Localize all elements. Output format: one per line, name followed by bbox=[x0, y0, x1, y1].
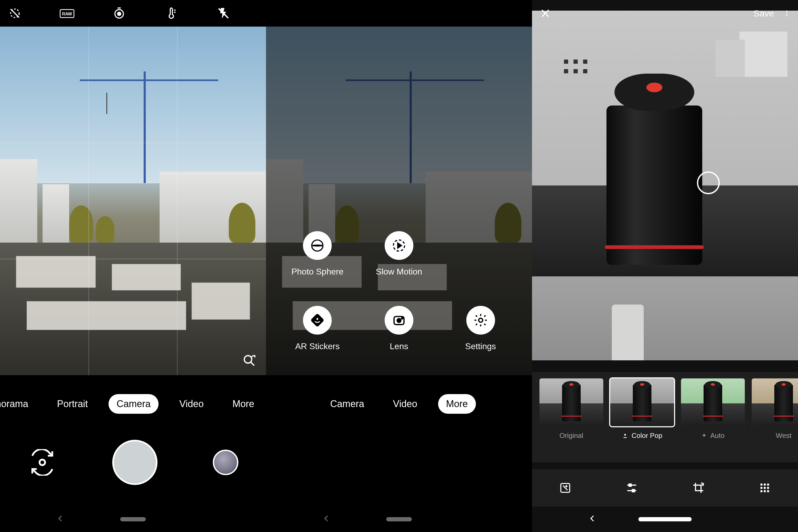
overflow-menu-icon[interactable] bbox=[783, 7, 791, 19]
sparkle-icon bbox=[701, 433, 707, 439]
svg-text:RAW: RAW bbox=[62, 12, 72, 16]
svg-point-27 bbox=[624, 434, 626, 435]
photo-editor-screen: Save Original bbox=[532, 0, 798, 532]
more-label: Photo Sphere bbox=[291, 267, 343, 277]
svg-point-39 bbox=[760, 490, 762, 492]
mode-more[interactable]: More bbox=[438, 394, 476, 414]
svg-point-19 bbox=[397, 319, 401, 322]
switch-camera-button[interactable] bbox=[28, 448, 57, 477]
filter-strip[interactable]: Original Color Pop Auto West bbox=[532, 372, 798, 462]
filter-label: West bbox=[776, 432, 792, 440]
close-icon[interactable] bbox=[540, 7, 551, 19]
gallery-thumbnail[interactable] bbox=[213, 450, 238, 475]
camera-mode-selector: norama Portrait Camera Video More bbox=[0, 388, 266, 420]
svg-point-36 bbox=[760, 487, 762, 489]
raw-icon[interactable]: RAW bbox=[59, 6, 74, 21]
svg-point-20 bbox=[401, 318, 403, 319]
filter-west[interactable]: West bbox=[752, 378, 798, 440]
svg-point-17 bbox=[316, 318, 319, 320]
svg-point-5 bbox=[117, 12, 121, 15]
more-label: Slow Motion bbox=[376, 267, 422, 277]
save-button[interactable]: Save bbox=[754, 8, 774, 19]
filter-original[interactable]: Original bbox=[540, 378, 603, 440]
mode-camera[interactable]: Camera bbox=[109, 394, 159, 414]
filter-label: Original bbox=[559, 432, 583, 440]
nav-back-icon[interactable] bbox=[588, 514, 598, 525]
mode-portrait[interactable]: Portrait bbox=[49, 394, 96, 414]
nav-home-pill[interactable] bbox=[386, 517, 412, 521]
nav-back-icon[interactable] bbox=[322, 514, 332, 525]
mode-panorama[interactable]: norama bbox=[0, 394, 36, 414]
svg-point-21 bbox=[478, 318, 483, 322]
grid-icon[interactable] bbox=[757, 480, 772, 495]
svg-point-38 bbox=[767, 487, 769, 489]
more-label: Lens bbox=[390, 341, 408, 351]
temperature-icon[interactable] bbox=[164, 6, 179, 21]
editor-toolbar bbox=[532, 469, 798, 507]
timer-icon[interactable] bbox=[112, 6, 127, 21]
svg-rect-32 bbox=[632, 490, 634, 492]
system-navbar bbox=[266, 507, 532, 532]
svg-point-35 bbox=[767, 483, 769, 486]
camera-more-screen: Photo Sphere Slow Motion AR Stickers Len… bbox=[266, 0, 532, 532]
filter-colorpop[interactable]: Color Pop bbox=[610, 378, 674, 440]
more-label: Settings bbox=[465, 341, 496, 351]
svg-point-34 bbox=[764, 483, 766, 486]
sliders-icon[interactable] bbox=[624, 480, 639, 495]
mode-more[interactable]: More bbox=[224, 394, 262, 414]
shutter-button[interactable] bbox=[112, 440, 158, 485]
svg-point-10 bbox=[244, 356, 252, 363]
more-arstickers[interactable]: AR Stickers bbox=[277, 306, 358, 351]
camera-main-screen: RAW bbox=[0, 0, 266, 532]
mode-video[interactable]: Video bbox=[385, 394, 425, 414]
mode-video[interactable]: Video bbox=[171, 394, 212, 414]
more-settings[interactable]: Settings bbox=[440, 306, 521, 351]
more-slowmotion[interactable]: Slow Motion bbox=[358, 231, 440, 277]
camera-topbar: RAW bbox=[0, 0, 266, 26]
camera-viewfinder[interactable] bbox=[0, 26, 266, 375]
person-icon bbox=[622, 433, 628, 439]
focus-indicator bbox=[697, 171, 720, 194]
nav-home-pill[interactable] bbox=[120, 517, 146, 521]
subject-lens bbox=[606, 74, 702, 265]
svg-point-25 bbox=[786, 13, 787, 14]
filter-label: Auto bbox=[701, 432, 725, 440]
svg-line-11 bbox=[251, 362, 254, 366]
system-navbar bbox=[0, 507, 266, 532]
editor-topbar: Save bbox=[532, 0, 798, 26]
zoom-toggle-button[interactable] bbox=[240, 351, 258, 370]
svg-marker-15 bbox=[398, 243, 401, 248]
lens-icon bbox=[392, 313, 406, 328]
filter-auto[interactable]: Auto bbox=[681, 378, 745, 440]
settings-icon bbox=[473, 313, 488, 328]
more-options-grid: Photo Sphere Slow Motion AR Stickers Len… bbox=[266, 231, 532, 351]
more-lens[interactable]: Lens bbox=[358, 306, 440, 351]
svg-point-33 bbox=[760, 483, 762, 486]
arstickers-icon bbox=[310, 313, 325, 328]
camera-controls bbox=[0, 425, 266, 499]
flash-off-icon[interactable] bbox=[216, 6, 231, 21]
more-label: AR Stickers bbox=[295, 341, 340, 351]
svg-point-12 bbox=[40, 460, 45, 465]
svg-rect-16 bbox=[310, 313, 325, 327]
photosphere-icon bbox=[310, 238, 325, 253]
nav-home-pill[interactable] bbox=[638, 517, 692, 521]
nav-back-icon[interactable] bbox=[56, 514, 67, 525]
svg-rect-31 bbox=[629, 484, 631, 486]
svg-point-40 bbox=[764, 490, 766, 492]
svg-point-41 bbox=[767, 490, 769, 492]
enhance-icon[interactable] bbox=[558, 480, 573, 495]
camera-mode-selector: Camera Video More bbox=[266, 388, 532, 420]
system-navbar bbox=[532, 507, 798, 532]
svg-point-37 bbox=[764, 487, 766, 489]
editor-preview[interactable] bbox=[532, 11, 798, 360]
crop-rotate-icon[interactable] bbox=[691, 480, 706, 495]
svg-point-26 bbox=[786, 15, 787, 16]
slowmotion-icon bbox=[392, 238, 406, 253]
mode-camera[interactable]: Camera bbox=[322, 394, 372, 414]
svg-point-24 bbox=[786, 11, 787, 12]
motion-off-icon[interactable] bbox=[7, 6, 22, 21]
filter-label: Color Pop bbox=[622, 432, 662, 440]
more-photosphere[interactable]: Photo Sphere bbox=[277, 231, 358, 277]
